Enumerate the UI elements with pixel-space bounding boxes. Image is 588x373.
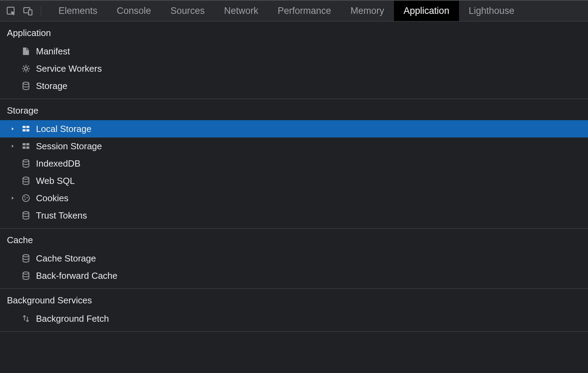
- file-icon: [21, 46, 31, 56]
- grid-icon: [21, 124, 31, 134]
- tree-item-local-storage[interactable]: Local Storage: [0, 120, 588, 137]
- tree-item-session-storage[interactable]: Session Storage: [0, 137, 588, 155]
- tree-item-label: Back-forward Cache: [36, 270, 588, 281]
- tab-performance[interactable]: Performance: [268, 1, 341, 21]
- tree-item-service-workers[interactable]: Service Workers: [0, 60, 588, 77]
- section-header-application: Application: [0, 21, 588, 43]
- tab-elements[interactable]: Elements: [49, 1, 107, 21]
- tree-item-label: Cache Storage: [36, 253, 588, 264]
- tab-label: Lighthouse: [469, 6, 514, 16]
- tree-item-storage[interactable]: Storage: [0, 77, 588, 95]
- tree-item-label: Background Fetch: [36, 313, 588, 324]
- section-background-services: Background ServicesBackground Fetch: [0, 289, 588, 332]
- expand-arrow-icon[interactable]: [10, 126, 16, 131]
- database-icon: [21, 270, 31, 281]
- tab-label: Elements: [58, 6, 98, 16]
- database-icon: [21, 81, 31, 91]
- tab-label: Console: [117, 6, 151, 16]
- tree-item-indexeddb[interactable]: IndexedDB: [0, 155, 588, 172]
- tab-network[interactable]: Network: [214, 1, 268, 21]
- inspect-element-icon[interactable]: [4, 4, 18, 18]
- tree-item-bf-cache[interactable]: Back-forward Cache: [0, 267, 588, 284]
- tree-item-cookies[interactable]: Cookies: [0, 189, 588, 207]
- section-header-cache: Cache: [0, 229, 588, 250]
- database-icon: [21, 210, 31, 221]
- tree-item-label: Local Storage: [36, 124, 588, 134]
- tree-item-label: Storage: [36, 81, 588, 91]
- database-icon: [21, 158, 31, 169]
- tree-item-label: Service Workers: [36, 63, 588, 74]
- updown-icon: [21, 313, 31, 324]
- tab-label: Sources: [171, 6, 205, 16]
- tab-memory[interactable]: Memory: [341, 1, 394, 21]
- tab-application[interactable]: Application: [394, 1, 459, 21]
- tab-label: Application: [404, 6, 449, 16]
- tree-item-label: Manifest: [36, 46, 588, 57]
- database-icon: [21, 176, 31, 186]
- tab-lighthouse[interactable]: Lighthouse: [459, 1, 524, 21]
- tree-item-label: Web SQL: [36, 176, 588, 186]
- tab-label: Performance: [278, 6, 331, 16]
- tree-item-label: Trust Tokens: [36, 210, 588, 221]
- tree-item-background-fetch[interactable]: Background Fetch: [0, 310, 588, 327]
- application-panel-sidebar: ApplicationManifestService WorkersStorag…: [0, 21, 588, 332]
- expand-arrow-icon[interactable]: [10, 196, 16, 201]
- section-header-storage: Storage: [0, 99, 588, 120]
- toolbar-icon-group: [4, 1, 49, 21]
- devtools-tabs: ElementsConsoleSourcesNetworkPerformance…: [49, 1, 524, 21]
- tree-item-label: Session Storage: [36, 141, 588, 152]
- tree-item-label: IndexedDB: [36, 158, 588, 169]
- devtools-toolbar: ElementsConsoleSourcesNetworkPerformance…: [0, 0, 588, 21]
- section-application: ApplicationManifestService WorkersStorag…: [0, 21, 588, 99]
- section-storage: StorageLocal StorageSession StorageIndex…: [0, 99, 588, 229]
- grid-icon: [21, 141, 31, 151]
- section-cache: CacheCache StorageBack-forward Cache: [0, 229, 588, 289]
- expand-arrow-icon[interactable]: [10, 144, 16, 149]
- tree-item-websql[interactable]: Web SQL: [0, 172, 588, 189]
- database-icon: [21, 253, 31, 264]
- tree-item-manifest[interactable]: Manifest: [0, 43, 588, 60]
- toolbar-separator: [41, 6, 41, 16]
- cookie-icon: [21, 193, 31, 203]
- tree-item-trust-tokens[interactable]: Trust Tokens: [0, 207, 588, 224]
- tab-sources[interactable]: Sources: [161, 1, 214, 21]
- tree-item-label: Cookies: [36, 193, 588, 204]
- tab-label: Memory: [350, 6, 384, 16]
- tree-item-cache-storage[interactable]: Cache Storage: [0, 250, 588, 267]
- gear-icon: [21, 63, 31, 74]
- device-toggle-icon[interactable]: [21, 4, 35, 18]
- section-header-background-services: Background Services: [0, 289, 588, 310]
- tab-console[interactable]: Console: [107, 1, 161, 21]
- tab-label: Network: [224, 6, 258, 16]
